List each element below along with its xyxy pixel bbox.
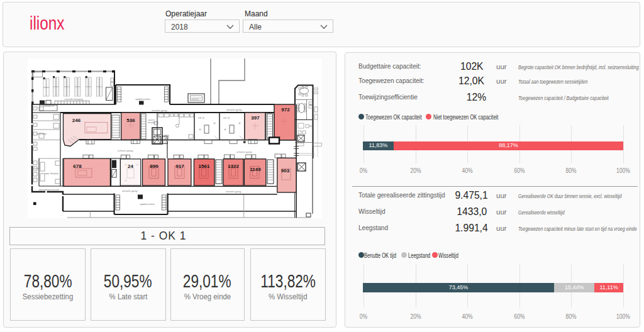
svg-text:536: 536 — [126, 118, 135, 123]
svg-text:ok berging: ok berging — [37, 133, 47, 135]
svg-text:schone gang: schone gang — [118, 149, 133, 152]
svg-text:1561: 1561 — [199, 163, 210, 169]
svg-text:24: 24 — [128, 163, 133, 169]
svg-text:903: 903 — [281, 168, 290, 174]
svg-text:1322: 1322 — [228, 163, 239, 169]
svg-text:972: 972 — [281, 107, 290, 113]
svg-text:397: 397 — [251, 115, 260, 121]
svg-text:OK 11: OK 11 — [198, 117, 204, 119]
svg-text:anaest.: anaest. — [148, 119, 155, 121]
svg-text:1149: 1149 — [250, 167, 261, 172]
svg-text:app. berging: app. berging — [45, 172, 58, 175]
svg-text:246: 246 — [72, 118, 81, 123]
svg-text:OK 12: OK 12 — [223, 117, 230, 119]
svg-text:steriele gang: steriele gang — [152, 109, 167, 112]
svg-text:opdekruimte: opdekruimte — [140, 202, 155, 206]
svg-text:berging: berging — [148, 121, 155, 124]
svg-text:schone gang: schone gang — [236, 150, 252, 153]
svg-text:steriele gang: steriele gang — [226, 108, 242, 111]
svg-text:voorraad OK: voorraad OK — [43, 105, 55, 108]
svg-text:917: 917 — [175, 163, 184, 169]
svg-text:678: 678 — [73, 163, 82, 169]
svg-text:890: 890 — [150, 163, 158, 169]
